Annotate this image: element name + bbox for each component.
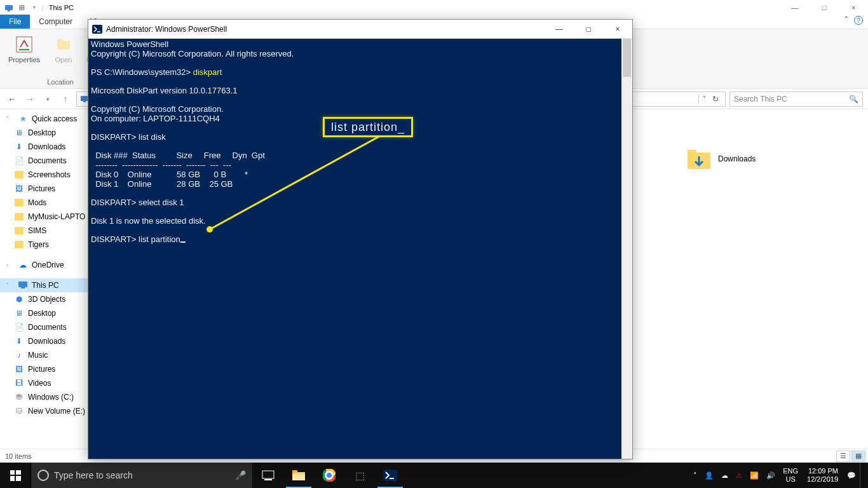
powershell-window: Administrator: Windows PowerShell — □ × … (88, 19, 633, 459)
qat-properties-icon[interactable]: ▦ (17, 3, 27, 13)
tray-people-icon[interactable]: 👤 (701, 463, 717, 488)
forward-button[interactable]: → (23, 92, 37, 106)
svg-rect-30 (383, 470, 397, 481)
ps-scrollbar[interactable] (621, 39, 632, 459)
svg-rect-16 (10, 470, 15, 475)
svg-point-29 (327, 473, 332, 478)
svg-rect-13 (21, 287, 25, 288)
view-details-button[interactable]: ☰ (836, 451, 850, 462)
tray-language[interactable]: ENGUS (779, 467, 802, 484)
help-icon[interactable]: ? (854, 16, 863, 25)
svg-rect-21 (264, 479, 272, 480)
powershell-titlebar[interactable]: Administrator: Windows PowerShell — □ × (88, 20, 632, 39)
powershell-icon (88, 25, 106, 34)
explorer-titlebar: ▦ ▾ | This PC — □ × (0, 0, 868, 15)
tray-volume-icon[interactable]: 🔊 (763, 463, 779, 488)
address-dropdown-icon[interactable]: ˅ (703, 95, 712, 102)
item-count: 10 items (5, 452, 32, 460)
open-button[interactable]: Open (44, 32, 83, 64)
start-button[interactable] (0, 463, 31, 488)
explorer-minimize-button[interactable]: — (780, 0, 810, 15)
svg-rect-0 (5, 5, 13, 10)
svg-rect-12 (18, 281, 27, 287)
search-icon: 🔍 (849, 95, 858, 104)
taskbar-explorer-icon[interactable] (283, 463, 314, 488)
mic-icon[interactable]: 🎤 (235, 470, 246, 480)
tray-security-icon[interactable]: ⚠ (732, 463, 746, 488)
svg-rect-3 (57, 41, 70, 50)
ribbon-collapse-icon[interactable]: ˆ (845, 16, 848, 25)
taskbar-app-icon[interactable]: ⬚ (344, 463, 375, 488)
svg-rect-10 (15, 227, 24, 234)
ps-scrollbar-thumb[interactable] (623, 39, 631, 77)
back-button[interactable]: ← (5, 92, 19, 106)
show-desktop-button[interactable] (860, 463, 868, 488)
refresh-button[interactable]: ↻ (712, 95, 719, 104)
tray-onedrive-icon[interactable]: ☁ (717, 463, 732, 488)
qat-dropdown-icon[interactable]: ▾ (29, 3, 39, 13)
svg-rect-23 (292, 470, 297, 473)
svg-rect-8 (15, 199, 24, 207)
taskbar: Type here to search 🎤 ⬚ ˄ 👤 ☁ ⚠ 📶 🔊 ENGU… (0, 463, 868, 488)
terminal-output: Windows PowerShell Copyright (C) Microso… (91, 40, 630, 245)
svg-rect-11 (15, 241, 24, 248)
recent-dropdown-icon[interactable]: ▾ (41, 92, 55, 106)
svg-rect-4 (57, 39, 62, 42)
ps-close-button[interactable]: × (603, 20, 632, 39)
tray-overflow-icon[interactable]: ˄ (689, 463, 701, 488)
svg-rect-18 (10, 476, 15, 481)
tray-clock[interactable]: 12:09 PM12/2/2019 (802, 467, 843, 484)
svg-rect-24 (292, 475, 305, 480)
callout-highlight: list partition_ (323, 117, 413, 137)
system-tray: ˄ 👤 ☁ ⚠ 📶 🔊 ENGUS 12:09 PM12/2/2019 💬 (689, 463, 868, 488)
folder-downloads[interactable]: Downloads (686, 147, 855, 170)
tab-file[interactable]: File (0, 15, 30, 29)
svg-rect-1 (8, 10, 10, 11)
downloads-folder-icon (686, 147, 712, 170)
view-icons-button[interactable]: ▦ (851, 451, 865, 462)
svg-rect-20 (262, 471, 274, 478)
ribbon-group-label: Location (47, 78, 74, 87)
search-input[interactable]: Search This PC 🔍 (729, 92, 863, 107)
up-button[interactable]: ↑ (58, 92, 72, 106)
svg-rect-17 (16, 470, 21, 475)
taskbar-chrome-icon[interactable] (314, 463, 344, 488)
svg-rect-15 (688, 150, 696, 154)
tab-computer[interactable]: Computer (30, 15, 81, 29)
ps-minimize-button[interactable]: — (545, 20, 574, 39)
taskbar-search-input[interactable]: Type here to search 🎤 (31, 463, 253, 488)
explorer-maximize-button[interactable]: □ (810, 0, 839, 15)
powershell-terminal[interactable]: Windows PowerShell Copyright (C) Microso… (88, 39, 632, 459)
svg-rect-6 (83, 101, 86, 102)
task-view-button[interactable] (253, 463, 283, 488)
explorer-title-text: This PC (46, 4, 74, 11)
tray-notifications-icon[interactable]: 💬 (843, 463, 860, 488)
system-menu-icon[interactable] (4, 3, 14, 13)
tray-network-icon[interactable]: 📶 (746, 463, 763, 488)
terminal-cursor (180, 241, 186, 243)
explorer-close-button[interactable]: × (839, 0, 868, 15)
svg-rect-7 (15, 171, 24, 179)
cortana-icon (37, 470, 49, 481)
properties-button[interactable]: Properties (5, 32, 43, 64)
svg-rect-9 (15, 213, 24, 220)
taskbar-powershell-icon[interactable] (375, 463, 405, 488)
powershell-title-text: Administrator: Windows PowerShell (106, 25, 227, 34)
svg-rect-19 (16, 476, 21, 481)
ps-maximize-button[interactable]: □ (574, 20, 603, 39)
